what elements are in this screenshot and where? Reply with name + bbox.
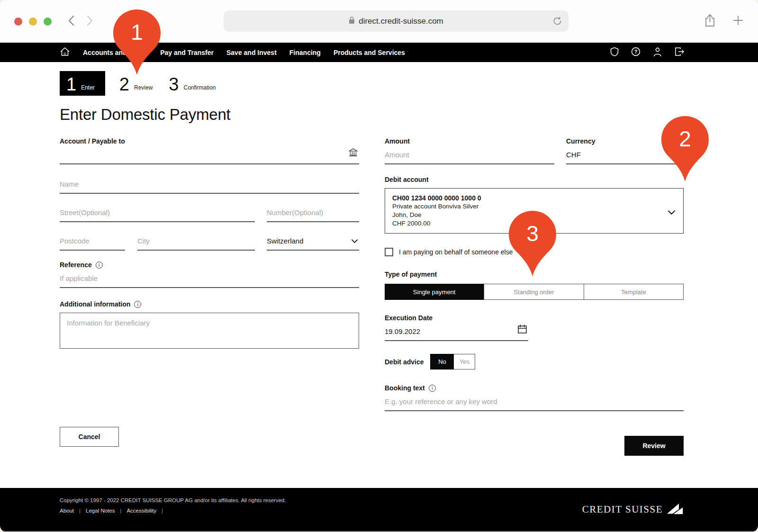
minimize-window-button[interactable] [29, 18, 37, 26]
svg-text:?: ? [634, 49, 638, 54]
step-number: 2 [119, 76, 129, 93]
footer-link-about[interactable]: About [60, 508, 86, 514]
step-enter: 1 Enter [60, 71, 105, 96]
step-label: Enter [81, 84, 95, 91]
payment-type-tabs: Single payment Standing order Template [385, 284, 684, 300]
debit-account-label: Debit account [385, 176, 684, 183]
payable-to-label: Account / Payable to [60, 137, 359, 145]
nav-item-save-and-invest[interactable]: Save and Invest [226, 49, 277, 56]
tab-single-payment[interactable]: Single payment [385, 284, 484, 300]
postcode-input[interactable] [60, 231, 125, 250]
step-review: 2 Review [117, 71, 155, 96]
city-input[interactable] [137, 231, 255, 250]
debit-advice-toggle: No Yes [430, 354, 475, 370]
nav-item-products-and-services[interactable]: Products and Services [334, 49, 405, 56]
step-label: Confirmation [183, 84, 216, 91]
behalf-checkbox[interactable] [385, 248, 393, 256]
info-icon[interactable] [96, 261, 103, 269]
debit-advice-yes[interactable]: Yes [454, 354, 475, 370]
share-icon[interactable] [704, 14, 715, 29]
step-number: 1 [66, 76, 76, 93]
tab-template[interactable]: Template [584, 284, 684, 300]
beneficiary-name-input[interactable] [60, 174, 359, 193]
help-icon[interactable]: ? [631, 47, 641, 58]
footer-link-accessibility[interactable]: Accessibility [126, 508, 168, 514]
payable-to-input[interactable] [60, 145, 359, 163]
execution-date-input[interactable] [385, 322, 528, 340]
debit-account-holder: John, Doe [392, 211, 661, 219]
new-tab-icon[interactable] [732, 15, 744, 28]
additional-info-label: Additional information [60, 300, 130, 308]
chevron-down-icon [351, 237, 358, 245]
security-shield-icon[interactable] [610, 47, 619, 58]
calendar-icon[interactable] [517, 324, 527, 336]
info-icon[interactable] [134, 301, 141, 308]
house-number-input[interactable] [267, 203, 359, 221]
tab-standing-order[interactable]: Standing order [484, 284, 584, 300]
booking-text-input[interactable] [385, 392, 684, 410]
address-bar[interactable]: direct.credit-suisse.com [224, 10, 568, 32]
debit-account-iban: CH00 1234 0000 0000 1000 0 [392, 194, 661, 202]
cancel-button[interactable]: Cancel [60, 427, 119, 447]
browser-chrome: direct.credit-suisse.com [0, 0, 758, 43]
currency-value: CHF [566, 145, 684, 163]
review-button[interactable]: Review [624, 436, 684, 456]
nav-item-pay-and-transfer[interactable]: Pay and Transfer [160, 49, 214, 56]
credit-suisse-logo: CREDIT SUISSE [582, 503, 684, 516]
debit-account-type: Private account Bonviva Silver [392, 202, 661, 211]
back-icon[interactable] [68, 15, 74, 28]
nav-item-accounts-and-cards[interactable]: Accounts and Cards [83, 49, 147, 56]
close-window-button[interactable] [14, 18, 22, 26]
step-confirmation: 3 Confirmation [167, 71, 217, 96]
debit-account-select[interactable]: CH00 1234 0000 0000 1000 0 Private accou… [385, 188, 684, 234]
currency-label: Currency [566, 137, 684, 145]
copyright-text: Copyright © 1997 - 2022 CREDIT SUISSE GR… [60, 497, 684, 503]
browser-window: direct.credit-suisse.com Accounts and Ca… [0, 0, 758, 532]
info-icon[interactable] [429, 385, 436, 392]
chevron-down-icon [668, 208, 676, 217]
step-label: Review [134, 84, 153, 91]
step-number: 3 [169, 76, 179, 93]
debit-advice-label: Debit advice [385, 358, 424, 366]
window-controls [14, 18, 52, 26]
logout-icon[interactable] [675, 47, 685, 58]
reload-icon[interactable] [552, 16, 562, 28]
zoom-window-button[interactable] [44, 18, 52, 26]
page-footer: Copyright © 1997 - 2022 CREDIT SUISSE GR… [0, 488, 758, 532]
profile-icon[interactable] [653, 47, 662, 58]
nav-item-financing[interactable]: Financing [289, 49, 321, 56]
debit-account-balance: CHF 2000.00 [392, 219, 661, 228]
bank-icon[interactable] [348, 148, 358, 159]
forward-icon[interactable] [87, 15, 93, 28]
footer-link-legal-notes[interactable]: Legal Notes [86, 508, 126, 514]
main-navigation: Accounts and Cards Pay and Transfer Save… [0, 43, 758, 62]
home-icon[interactable] [60, 47, 70, 58]
credit-suisse-sails-icon [667, 503, 684, 516]
debit-advice-no[interactable]: No [430, 354, 454, 370]
country-value: Switzerland [267, 231, 359, 250]
payment-form-page: 1 Enter 2 Review 3 Confirmation Enter Do… [0, 62, 758, 488]
street-input[interactable] [60, 203, 255, 221]
additional-info-textarea[interactable] [60, 313, 359, 349]
progress-stepper: 1 Enter 2 Review 3 Confirmation [60, 71, 684, 96]
amount-input[interactable] [385, 145, 554, 163]
page-title: Enter Domestic Payment [60, 106, 684, 124]
behalf-checkbox-label[interactable]: I am paying on behalf of someone else [399, 248, 513, 256]
currency-select[interactable]: CHF [566, 145, 684, 164]
country-select[interactable]: Switzerland [267, 231, 359, 251]
execution-date-label: Execution Date [385, 314, 684, 322]
lock-icon [349, 16, 355, 27]
url-text: direct.credit-suisse.com [359, 17, 443, 26]
credit-suisse-wordmark: CREDIT SUISSE [582, 504, 663, 515]
type-of-payment-label: Type of payment [385, 271, 684, 278]
reference-input[interactable] [60, 269, 359, 287]
amount-label: Amount [385, 137, 554, 145]
reference-label: Reference [60, 261, 92, 269]
booking-text-label: Booking text [385, 384, 425, 392]
